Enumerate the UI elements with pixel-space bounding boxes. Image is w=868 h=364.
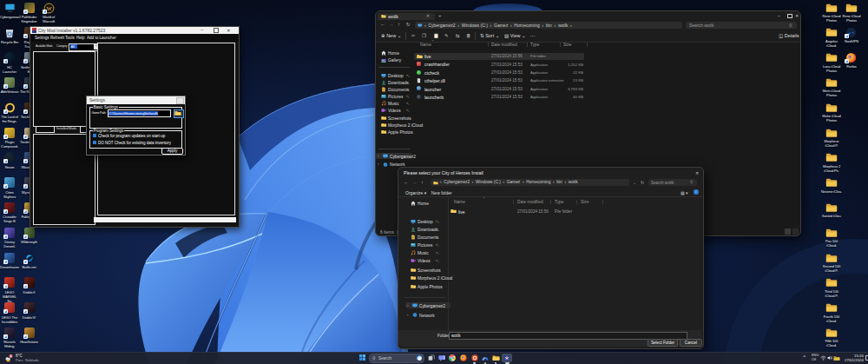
svg-text:W: W — [46, 4, 52, 10]
